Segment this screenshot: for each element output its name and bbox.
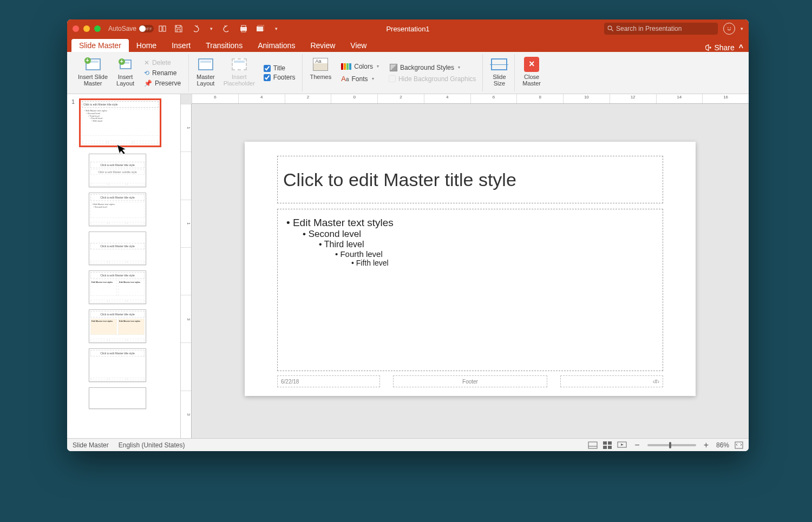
window-controls	[73, 25, 101, 32]
title-bar-right: Search in Presentation ▾	[604, 23, 743, 35]
print-icon[interactable]	[239, 24, 248, 33]
work-area: 1 Click to edit Master title style • Edi…	[67, 94, 749, 438]
ribbon-tabs: Slide Master Home Insert Transitions Ani…	[67, 38, 749, 52]
collapse-ribbon-icon[interactable]: ^	[739, 43, 743, 52]
body-placeholder[interactable]: Edit Master text styles Second level Thi…	[277, 209, 663, 371]
insert-layout-button[interactable]: + Insert Layout	[114, 55, 136, 88]
home-icon[interactable]	[158, 24, 167, 33]
date-placeholder[interactable]: 6/22/18	[277, 375, 380, 387]
fit-to-window-icon[interactable]	[735, 441, 743, 449]
tab-transitions[interactable]: Transitions	[198, 39, 250, 52]
close-window-icon[interactable]	[73, 25, 79, 32]
zoom-level[interactable]: 86%	[716, 441, 729, 449]
insert-slide-master-button[interactable]: + Insert Slide Master	[76, 55, 110, 88]
background-styles-button[interactable]: Background Styles▾	[389, 63, 476, 72]
zoom-out-button[interactable]: −	[632, 440, 641, 450]
share-button[interactable]: Share	[704, 43, 734, 52]
redo-icon[interactable]	[223, 24, 232, 33]
slides-icon[interactable]	[256, 24, 264, 33]
title-checkbox[interactable]: Title	[264, 64, 296, 72]
window: AutoSave OFF ▾ ▾ Presentation1 Search in…	[67, 19, 749, 451]
master-thumbnail[interactable]: Click to edit Master title style • Edit …	[79, 98, 161, 147]
qat-customize-icon[interactable]: ▾	[272, 24, 280, 33]
title-placeholder[interactable]: Click to edit Master title style	[277, 156, 663, 203]
svg-rect-13	[603, 441, 607, 445]
footers-checkbox[interactable]: Footers	[264, 74, 296, 81]
layout-thumbnail[interactable]	[89, 387, 146, 409]
tab-view[interactable]: View	[343, 39, 374, 52]
close-icon: ×	[524, 57, 539, 72]
undo-icon[interactable]	[191, 24, 199, 33]
delete-icon: ✕	[144, 59, 149, 67]
feedback-icon[interactable]	[723, 23, 735, 35]
layout-thumbnail[interactable]: Click to edit Master title style • Edit …	[89, 193, 146, 226]
close-master-button[interactable]: × Close Master	[520, 55, 543, 88]
themes-button[interactable]: Themes	[308, 55, 334, 81]
search-input[interactable]: Search in Presentation	[604, 23, 718, 35]
svg-rect-15	[603, 446, 607, 449]
svg-rect-0	[159, 26, 162, 31]
svg-rect-16	[608, 446, 612, 449]
tab-animations[interactable]: Animations	[250, 39, 303, 52]
status-bar: Slide Master English (United States) − +…	[67, 438, 749, 451]
layout-thumbnail[interactable]: Click to edit Master title style Click t…	[89, 154, 146, 187]
status-language[interactable]: English (United States)	[119, 441, 185, 449]
slide-number-placeholder[interactable]: ‹#›	[560, 375, 663, 387]
svg-point-7	[608, 26, 612, 30]
zoom-slider[interactable]	[647, 444, 696, 446]
master-layout-button[interactable]: Master Layout	[194, 55, 217, 88]
svg-line-8	[612, 30, 613, 31]
quick-access-toolbar: ▾ ▾	[158, 24, 280, 33]
layout-thumbnail[interactable]: Click to edit Master title style	[89, 232, 146, 265]
zoom-in-button[interactable]: +	[702, 440, 711, 450]
colors-button[interactable]: Colors▾	[340, 62, 380, 71]
tab-insert[interactable]: Insert	[164, 39, 198, 52]
slide-canvas[interactable]: Click to edit Master title style Edit Ma…	[192, 104, 749, 438]
insert-placeholder-button[interactable]: Insert Placeholder	[221, 55, 257, 88]
document-title: Presentation1	[386, 25, 429, 33]
save-icon[interactable]	[174, 24, 183, 33]
rename-button[interactable]: ⟲Rename	[143, 69, 182, 77]
ribbon: + Insert Slide Master + Insert Layout ✕D…	[67, 52, 749, 94]
svg-rect-18	[735, 442, 743, 448]
tab-slide-master[interactable]: Slide Master	[71, 39, 129, 52]
title-bar: AutoSave OFF ▾ ▾ Presentation1 Search in…	[67, 19, 749, 38]
fonts-icon: Aa	[341, 75, 349, 83]
layout-thumbnail[interactable]: Click to edit Master title style Edit Ma…	[89, 309, 146, 343]
fonts-button[interactable]: Aa Fonts▾	[340, 74, 380, 84]
slide-master[interactable]: Click to edit Master title style Edit Ma…	[245, 142, 696, 396]
hide-background-checkbox[interactable]: Hide Background Graphics	[389, 75, 476, 83]
svg-rect-11	[588, 442, 597, 448]
svg-rect-14	[608, 441, 612, 445]
vertical-ruler: 1 1 3 3	[181, 104, 192, 438]
rename-icon: ⟲	[144, 69, 149, 77]
svg-point-10	[730, 28, 731, 29]
svg-point-9	[728, 28, 729, 29]
footer-placeholder[interactable]: Footer	[393, 375, 547, 387]
tab-home[interactable]: Home	[129, 39, 164, 52]
notes-button[interactable]	[588, 441, 598, 449]
svg-rect-1	[163, 26, 166, 31]
undo-dropdown-icon[interactable]: ▾	[207, 24, 215, 33]
thumbnail-panel[interactable]: 1 Click to edit Master title style • Edi…	[67, 94, 181, 438]
autosave-label: AutoSave	[108, 25, 136, 32]
minimize-window-icon[interactable]	[83, 25, 90, 32]
colors-icon	[341, 63, 351, 70]
maximize-window-icon[interactable]	[94, 25, 101, 32]
slide-size-button[interactable]: Slide Size	[488, 55, 510, 88]
status-view[interactable]: Slide Master	[73, 441, 109, 449]
preserve-button[interactable]: 📌Preserve	[143, 79, 182, 88]
account-dropdown-icon[interactable]: ▾	[741, 26, 743, 31]
tab-review[interactable]: Review	[303, 39, 343, 52]
normal-view-icon[interactable]	[603, 441, 612, 449]
layout-thumbnail[interactable]: Click to edit Master title style	[89, 348, 146, 382]
slideshow-icon[interactable]	[617, 441, 627, 449]
canvas-area: 6 4 2 0 2 4 6 8 10 12 14 16 1 1 3 3	[181, 94, 749, 438]
preserve-icon: 📌	[144, 80, 152, 87]
background-icon	[390, 64, 397, 71]
delete-button[interactable]: ✕Delete	[143, 58, 182, 67]
layout-thumbnail[interactable]: Click to edit Master title style Edit Ma…	[89, 270, 146, 304]
search-placeholder: Search in Presentation	[616, 25, 682, 32]
horizontal-ruler: 6 4 2 0 2 4 6 8 10 12 14 16	[192, 94, 749, 104]
autosave-toggle[interactable]: AutoSave OFF	[108, 25, 154, 32]
